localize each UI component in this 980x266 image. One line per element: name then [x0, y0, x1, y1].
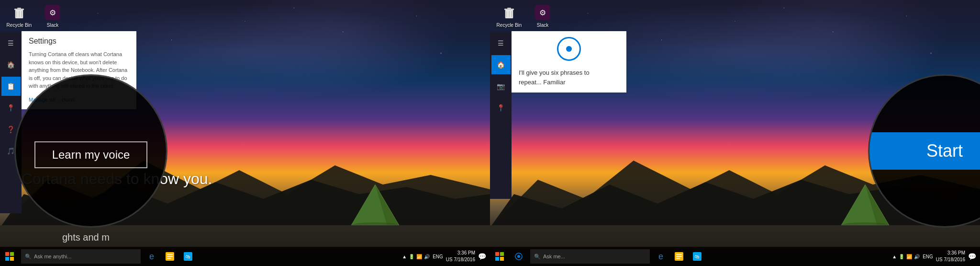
tray-chevron-right[interactable]: ▲ — [892, 254, 897, 259]
cortana-sidebar-right: ☰ 🏠 📷 📍 — [490, 31, 512, 199]
tray-wifi-right: 📶 — [906, 254, 912, 259]
taskbar-right-right: ▲ 🔋 📶 🔊 ENG 3:36 PM US 7/18/2016 💬 — [892, 250, 980, 263]
recycle-bin-label-left: Recycle Bin — [7, 23, 32, 28]
tray-volume-left[interactable]: 🔊 — [424, 254, 430, 259]
taskbar-store-left[interactable]: 🛍 — [179, 247, 197, 266]
taskbar-app-icons-left: e 🛍 — [143, 247, 197, 266]
clock-time-right: 3:36 PM — [947, 250, 965, 256]
taskbar-app-icons-right: e 🛍 — [652, 247, 706, 266]
svg-rect-41 — [500, 257, 504, 261]
cortana-logo — [557, 37, 581, 61]
svg-rect-8 — [17, 8, 21, 9]
left-circle-overlay: Learn my voice — [14, 74, 167, 228]
cortana-menu-icon[interactable]: ☰ — [491, 34, 511, 53]
clock-date-left: US 7/18/2016 — [446, 256, 475, 263]
left-screen: Recycle Bin ⚙ Slack ☰ 🏠 📋 📍 ❓ 🎵 Settings… — [0, 0, 490, 266]
slack-icon-left[interactable]: ⚙ Slack — [36, 4, 69, 28]
svg-rect-38 — [495, 252, 499, 256]
taskbar-file-right[interactable] — [670, 247, 688, 266]
tray-chevron-left[interactable]: ▲ — [402, 254, 407, 259]
sidebar-notebook-icon[interactable]: 📋 — [1, 77, 21, 96]
system-tray-right: ▲ 🔋 📶 🔊 — [892, 254, 920, 259]
tray-lang-right: ENG — [923, 254, 933, 259]
cortana-panel-right: I'll give you six phrases to repeat... F… — [512, 31, 626, 93]
slack-img-right: ⚙ — [534, 4, 551, 21]
sidebar-location-icon[interactable]: 📍 — [1, 98, 21, 117]
svg-rect-39 — [500, 252, 504, 256]
bottom-text-left: ghts and m — [62, 232, 110, 243]
svg-rect-14 — [5, 252, 9, 256]
start-button-circle[interactable]: Start — [869, 132, 980, 170]
svg-rect-19 — [167, 254, 173, 255]
sidebar-menu-icon[interactable]: ☰ — [1, 34, 21, 53]
cortana-pin-icon[interactable]: 📍 — [491, 98, 511, 117]
search-icon-left: 🔍 — [25, 254, 32, 260]
recycle-bin-img-left — [11, 4, 28, 21]
svg-text:🛍: 🛍 — [186, 254, 190, 259]
svg-rect-15 — [10, 252, 14, 256]
tray-wifi-left: 📶 — [416, 254, 422, 259]
right-screen: Recycle Bin ⚙ Slack ☰ 🏠 📷 📍 I'll give yo… — [490, 0, 980, 266]
cortana-mic-button[interactable] — [509, 247, 528, 266]
recycle-bin-icon-left[interactable]: Recycle Bin — [2, 4, 36, 28]
svg-rect-47 — [676, 258, 680, 259]
system-tray-left: ▲ 🔋 📶 🔊 — [402, 254, 430, 259]
taskbar-edge-left[interactable]: e — [143, 247, 160, 266]
svg-rect-17 — [10, 257, 14, 261]
tent-left — [346, 182, 404, 230]
recycle-bin-icon-right[interactable]: Recycle Bin — [492, 4, 526, 28]
svg-rect-46 — [676, 256, 682, 257]
svg-rect-7 — [14, 9, 24, 10]
svg-rect-45 — [676, 254, 682, 255]
taskbar-file-left[interactable] — [161, 247, 178, 266]
taskbar-right: 🔍 Ask me... e 🛍 — [490, 247, 980, 266]
cortana-phrase-text: I'll give you six phrases to repeat... F… — [519, 68, 619, 87]
svg-rect-40 — [495, 257, 499, 261]
search-text-right: Ask me... — [543, 254, 565, 259]
tray-battery-left: 🔋 — [409, 254, 414, 259]
taskbar-search-left[interactable]: 🔍 Ask me anythi... — [21, 249, 141, 264]
recycle-bin-img-right — [501, 4, 518, 21]
taskbar-clock-left[interactable]: 3:36 PM US 7/18/2016 — [446, 250, 475, 263]
cortana-home-icon[interactable]: 🏠 — [491, 55, 511, 74]
svg-rect-20 — [167, 256, 173, 257]
svg-point-43 — [517, 255, 520, 258]
svg-rect-31 — [504, 9, 514, 10]
clock-date-right: US 7/18/2016 — [936, 256, 965, 263]
svg-text:⚙: ⚙ — [539, 9, 546, 17]
learn-my-voice-button[interactable]: Learn my voice — [34, 141, 148, 168]
svg-text:⚙: ⚙ — [49, 9, 56, 17]
slack-label-right: Slack — [537, 23, 548, 28]
svg-rect-32 — [507, 8, 511, 9]
slack-label-left: Slack — [47, 23, 58, 28]
search-icon-right: 🔍 — [534, 254, 541, 260]
sidebar-home-icon[interactable]: 🏠 — [1, 55, 21, 74]
taskbar-search-right[interactable]: 🔍 Ask me... — [530, 249, 650, 264]
start-win-button-right[interactable] — [490, 247, 509, 266]
taskbar-edge-right[interactable]: e — [652, 247, 669, 266]
taskbar-right-left: ▲ 🔋 📶 🔊 ENG 3:36 PM US 7/18/2016 💬 — [402, 250, 490, 263]
taskbar-left: 🔍 Ask me anythi... e 🛍 — [0, 247, 490, 266]
cortana-photo-icon[interactable]: 📷 — [491, 77, 511, 96]
recycle-bin-label-right: Recycle Bin — [497, 23, 522, 28]
tray-lang-left: ENG — [433, 254, 443, 259]
settings-title-left: Settings — [29, 37, 129, 46]
action-center-right[interactable]: 💬 — [968, 253, 976, 260]
tray-volume-right[interactable]: 🔊 — [914, 254, 920, 259]
clock-time-left: 3:36 PM — [457, 250, 475, 256]
svg-rect-21 — [167, 258, 171, 259]
svg-rect-16 — [5, 257, 9, 261]
tray-battery-right: 🔋 — [899, 254, 904, 259]
taskbar-store-right[interactable]: 🛍 — [689, 247, 706, 266]
settings-sidebar-left: ☰ 🏠 📋 📍 ❓ 🎵 — [0, 31, 22, 213]
slack-img-left: ⚙ — [44, 4, 61, 21]
svg-text:🛍: 🛍 — [695, 254, 700, 259]
start-button-left[interactable] — [0, 247, 19, 266]
slack-icon-right[interactable]: ⚙ Slack — [526, 4, 559, 28]
taskbar-clock-right[interactable]: 3:36 PM US 7/18/2016 — [936, 250, 965, 263]
cortana-icon-area — [519, 37, 619, 61]
search-text-left: Ask me anythi... — [34, 254, 71, 259]
action-center-left[interactable]: 💬 — [478, 253, 486, 260]
